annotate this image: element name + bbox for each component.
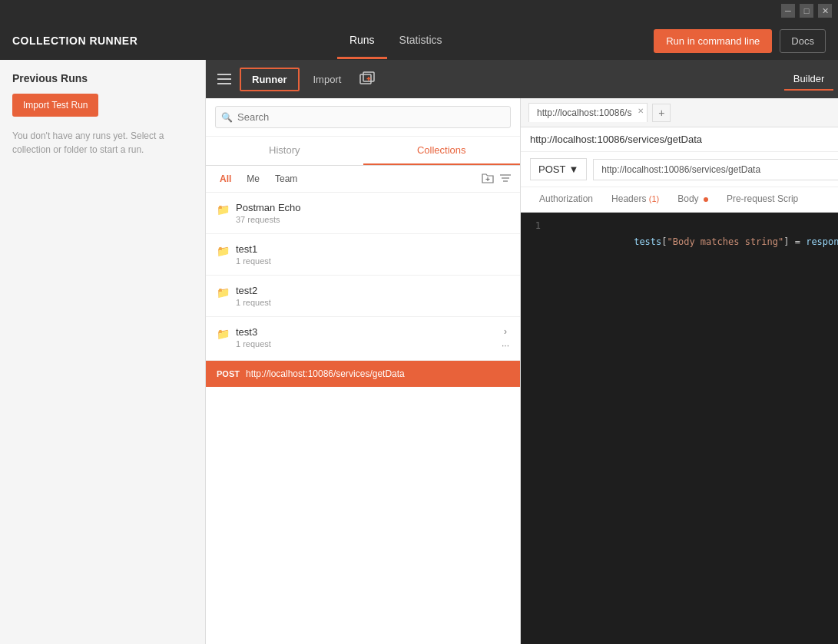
code-line-1: tests["Body matches string"] = responseB… — [556, 220, 838, 265]
import-test-run-button[interactable]: Import Test Run — [12, 94, 98, 117]
filter-row: All Me Team — [206, 166, 520, 193]
import-button[interactable]: Import — [303, 69, 353, 90]
new-tab-button[interactable] — [355, 67, 379, 91]
panel-tabs: History Collections — [206, 137, 520, 166]
collection-list: 📁 Postman Echo 37 requests 📁 test1 1 req… — [206, 193, 520, 644]
collection-item-test2[interactable]: 📁 test2 1 request — [206, 276, 520, 317]
collection-name: test3 — [236, 326, 495, 338]
expand-arrow-button[interactable]: › — [504, 326, 507, 337]
tab-authorization[interactable]: Authorization — [530, 187, 602, 212]
tab-history[interactable]: History — [206, 137, 363, 165]
request-tabs: Authorization Headers (1) Body Pre-reque… — [521, 187, 838, 213]
search-icon: 🔍 — [221, 112, 233, 123]
code-editor: 1 tests["Body matches string"] = respons… — [521, 213, 838, 644]
tab-runs[interactable]: Runs — [337, 23, 387, 59]
code-content[interactable]: tests["Body matches string"] = responseB… — [548, 220, 838, 636]
sort-icon[interactable] — [500, 173, 511, 185]
search-wrapper: 🔍 — [215, 106, 511, 128]
run-command-line-button[interactable]: Run in command line — [654, 29, 772, 53]
method-badge: POST — [217, 369, 240, 378]
svg-rect-0 — [217, 74, 231, 75]
collection-name: test1 — [236, 243, 509, 255]
url-input[interactable] — [593, 159, 838, 180]
full-url-display: http://localhost:10086/services/getData — [521, 127, 838, 152]
collection-count: 1 request — [236, 298, 509, 307]
collection-count: 1 request — [236, 256, 509, 266]
filter-me-button[interactable]: Me — [242, 172, 264, 186]
left-sidebar: Previous Runs Import Test Run You don't … — [0, 60, 206, 644]
search-bar: 🔍 — [206, 98, 520, 137]
item-action-buttons: › ··· — [502, 326, 509, 351]
svg-rect-1 — [217, 78, 231, 80]
close-button[interactable]: ✕ — [818, 4, 832, 18]
collection-item-test1[interactable]: 📁 test1 1 request — [206, 234, 520, 276]
tab-body[interactable]: Body — [668, 187, 717, 212]
headers-badge: (1) — [649, 194, 659, 203]
folder-icon: 📁 — [217, 286, 230, 299]
previous-runs-title: Previous Runs — [12, 72, 193, 84]
search-input[interactable] — [215, 106, 511, 128]
folder-icon: 📁 — [217, 203, 230, 216]
sort-icon — [500, 173, 511, 183]
title-bar: ─ □ ✕ — [0, 0, 838, 21]
maximize-button[interactable]: □ — [800, 4, 813, 18]
main-layout: Previous Runs Import Test Run You don't … — [0, 60, 838, 644]
runner-button[interactable]: Runner — [240, 68, 300, 91]
request-url: http://localhost:10086/services/getData — [246, 368, 405, 379]
new-folder-icon[interactable] — [482, 173, 494, 186]
svg-rect-2 — [217, 83, 231, 84]
method-select[interactable]: POST ▼ — [530, 158, 587, 180]
content-panels: 🔍 History Collections All — [206, 98, 838, 644]
collection-item-test3[interactable]: 📁 test3 1 request › ··· — [206, 317, 520, 361]
sidebar-toggle-button[interactable] — [212, 67, 237, 91]
collections-panel: 🔍 History Collections All — [206, 98, 521, 644]
tab-headers[interactable]: Headers (1) — [602, 187, 668, 212]
builder-button[interactable]: Builder — [784, 68, 833, 91]
minimize-button[interactable]: ─ — [781, 4, 795, 18]
more-options-button[interactable]: ··· — [502, 340, 509, 351]
line-numbers: 1 — [521, 220, 548, 636]
collection-count: 1 request — [236, 339, 495, 348]
sidebar-icon — [217, 74, 231, 84]
tab-collections[interactable]: Collections — [363, 137, 521, 165]
url-tab-bar: http://localhost:10086/s ✕ + — [521, 98, 838, 127]
url-tab[interactable]: http://localhost:10086/s ✕ — [528, 103, 648, 122]
collection-count: 37 requests — [236, 215, 509, 224]
body-dot-indicator — [704, 197, 708, 202]
request-panel: http://localhost:10086/s ✕ + http://loca… — [521, 98, 838, 644]
request-row-post[interactable]: POST http://localhost:10086/services/get… — [206, 361, 520, 387]
new-tab-icon — [359, 71, 375, 87]
no-runs-message: You don't have any runs yet. Select a co… — [12, 129, 193, 157]
method-dropdown-icon: ▼ — [568, 163, 578, 175]
close-tab-button[interactable]: ✕ — [638, 107, 644, 115]
docs-button[interactable]: Docs — [780, 29, 826, 53]
app-title: COLLECTION RUNNER — [12, 35, 137, 47]
toolbar: Runner Import Builder Team Library — [206, 60, 838, 98]
tab-pre-request-script[interactable]: Pre-request Scrip — [717, 187, 807, 212]
collection-item-postman-echo[interactable]: 📁 Postman Echo 37 requests — [206, 193, 520, 234]
right-content: Runner Import Builder Team Library — [206, 60, 838, 644]
folder-icon: 📁 — [217, 328, 230, 340]
method-bar: POST ▼ — [521, 152, 838, 187]
new-tab-plus-button[interactable]: + — [652, 104, 671, 122]
filter-all-button[interactable]: All — [215, 172, 236, 186]
runner-header: COLLECTION RUNNER Runs Statistics Run in… — [0, 21, 838, 60]
folder-plus-icon — [482, 173, 494, 183]
collection-name: Postman Echo — [236, 202, 509, 213]
folder-icon: 📁 — [217, 245, 230, 257]
filter-team-button[interactable]: Team — [270, 172, 302, 186]
collection-name: test2 — [236, 285, 509, 296]
runner-tabs: Runs Statistics — [337, 23, 455, 59]
tab-statistics[interactable]: Statistics — [387, 23, 455, 59]
